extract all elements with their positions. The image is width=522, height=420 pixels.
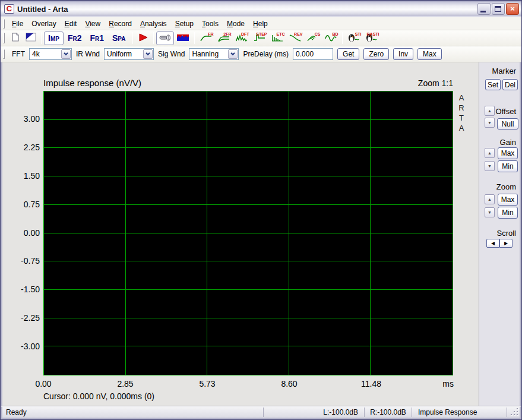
ir-wnd-select[interactable]: Uniform (104, 48, 154, 60)
overlay-flag-button[interactable] (23, 31, 39, 45)
side-panel: Marker Set Del ▲ Offset ▼ Null Gain ▲ Ma… (479, 62, 520, 406)
fr1-mode-button[interactable]: Fr1 (86, 31, 108, 45)
status-left-level: L:-100.0dB (263, 408, 364, 417)
menu-help[interactable]: Help (249, 18, 272, 30)
dft-analysis-button[interactable]: DFT (233, 31, 251, 45)
minimize-button[interactable] (477, 3, 491, 15)
menu-file[interactable]: File (8, 18, 27, 30)
zoom-min-button[interactable]: Min (498, 207, 518, 219)
get-button[interactable]: Get (337, 48, 359, 60)
rev-analysis-button[interactable]: REV (286, 31, 304, 45)
spa-mode-button[interactable]: Spa (108, 31, 130, 45)
menu-setup[interactable]: Setup (171, 18, 198, 30)
scroll-left-button[interactable]: ◀ (486, 239, 499, 248)
sti-analysis-button[interactable]: STI (345, 31, 363, 45)
imp-mode-button[interactable]: Imp (44, 31, 64, 45)
offset-label: Offset (496, 107, 516, 116)
gridline-vertical (289, 91, 289, 375)
chart-region: Impulse response (nV/V) Zoom 1:1 ARTA ms… (2, 62, 479, 406)
arrow-left-icon: ◀ (491, 241, 495, 246)
x-axis-unit: ms (428, 379, 454, 389)
microphone-icon (159, 33, 172, 44)
2fr-analysis-button[interactable]: 2FR (215, 31, 233, 45)
inv-button[interactable]: Inv (393, 48, 413, 60)
2fr-analysis-badge: 2FR (223, 32, 231, 37)
app-window: C Untitled - Arta × FileOverlayEditViewR… (0, 0, 522, 420)
toolbar-separator (153, 32, 154, 44)
offset-up-spinner[interactable]: ▲ (485, 106, 495, 116)
fr-analysis-button[interactable]: FR (197, 31, 215, 45)
signal-generator-icon (176, 33, 189, 43)
menu-view[interactable]: View (81, 18, 105, 30)
predelay-input[interactable] (293, 48, 333, 60)
sigwnd-label: Sig Wnd (158, 50, 185, 58)
chevron-down-icon[interactable] (61, 49, 71, 59)
marker-set-button[interactable]: Set (485, 79, 501, 90)
gridline-vertical (207, 91, 207, 375)
menu-overlay[interactable]: Overlay (27, 18, 60, 30)
menubar: FileOverlayEditViewRecordAnalysisSetupTo… (1, 17, 521, 30)
impulse-response-plot[interactable] (43, 91, 453, 375)
gain-min-button[interactable]: Min (498, 160, 518, 172)
predelay-label: PreDelay (ms) (243, 50, 289, 58)
menu-edit[interactable]: Edit (61, 18, 81, 30)
gridline-vertical (125, 91, 126, 375)
new-document-button[interactable] (8, 31, 23, 45)
etc-analysis-button[interactable]: ETC (268, 31, 286, 45)
offset-null-button[interactable]: Null (497, 118, 518, 130)
gain-up-spinner[interactable]: ▲ (485, 148, 495, 158)
gain-max-button[interactable]: Max (498, 147, 518, 159)
etc-analysis-badge: ETC (277, 32, 285, 37)
chevron-down-icon[interactable] (143, 49, 153, 59)
sig-wnd-select[interactable]: Hanning (189, 48, 239, 60)
toolbar-separator (41, 32, 42, 44)
ir-wnd-value: Uniform (105, 50, 143, 58)
gridline-horizontal (44, 119, 453, 120)
scroll-right-button[interactable]: ▶ (499, 239, 512, 248)
zero-button[interactable]: Zero (363, 48, 389, 60)
maximize-button[interactable] (492, 3, 505, 15)
main-toolbar: ImpFr2Fr1SpaFR2FRDFTSTEPETCREVCSBDSTIRAS… (1, 30, 521, 46)
gridline-horizontal (44, 346, 453, 346)
fft-select[interactable]: 4k (29, 48, 72, 60)
bd-analysis-button[interactable]: BD (322, 31, 340, 45)
marker-label: Marker (492, 67, 516, 75)
status-ready: Ready (2, 408, 263, 416)
zoom-up-spinner[interactable]: ▲ (485, 194, 495, 204)
chevron-down-icon[interactable] (228, 49, 238, 59)
menubar-gripper[interactable] (3, 19, 5, 29)
gain-label: Gain (500, 138, 516, 147)
gain-down-spinner[interactable]: ▼ (485, 161, 495, 171)
fr-analysis-badge: FR (208, 32, 213, 37)
marker-del-button[interactable]: Del (502, 79, 518, 90)
zoom-down-spinner[interactable]: ▼ (485, 207, 495, 217)
max-button[interactable]: Max (417, 48, 442, 60)
arrow-up-icon: ▲ (488, 109, 492, 113)
scroll-label: Scroll (496, 229, 516, 238)
dft-analysis-badge: DFT (241, 32, 249, 37)
zoom-max-button[interactable]: Max (498, 194, 518, 206)
signal-generator-button[interactable] (174, 31, 192, 45)
rasti-analysis-badge: RASTI (367, 32, 379, 37)
resize-grip[interactable] (507, 408, 520, 417)
step-analysis-button[interactable]: STEP (251, 31, 268, 45)
rasti-analysis-button[interactable]: RASTI (363, 31, 381, 45)
offset-down-spinner[interactable]: ▼ (485, 118, 495, 128)
microphone-button[interactable] (156, 31, 174, 45)
rev-analysis-badge: REV (294, 32, 302, 37)
x-tick-label: 11.48 (352, 379, 390, 389)
zoom-indicator: Zoom 1:1 (400, 78, 453, 88)
overlay-flag-icon (26, 33, 36, 44)
settings-toolbar-gripper[interactable] (3, 49, 5, 59)
titlebar: C Untitled - Arta × (1, 1, 521, 17)
cs-analysis-button[interactable]: CS (304, 31, 322, 45)
menu-mode[interactable]: Mode (223, 18, 249, 30)
fr2-mode-button[interactable]: Fr2 (64, 31, 86, 45)
arrow-up-icon: ▲ (488, 151, 492, 155)
close-button[interactable]: × (506, 3, 519, 15)
menu-record[interactable]: Record (105, 18, 136, 30)
menu-analysis[interactable]: Analysis (136, 18, 171, 30)
toolbar-gripper[interactable] (3, 33, 5, 43)
menu-tools[interactable]: Tools (198, 18, 223, 30)
record-play-button[interactable] (135, 31, 151, 45)
